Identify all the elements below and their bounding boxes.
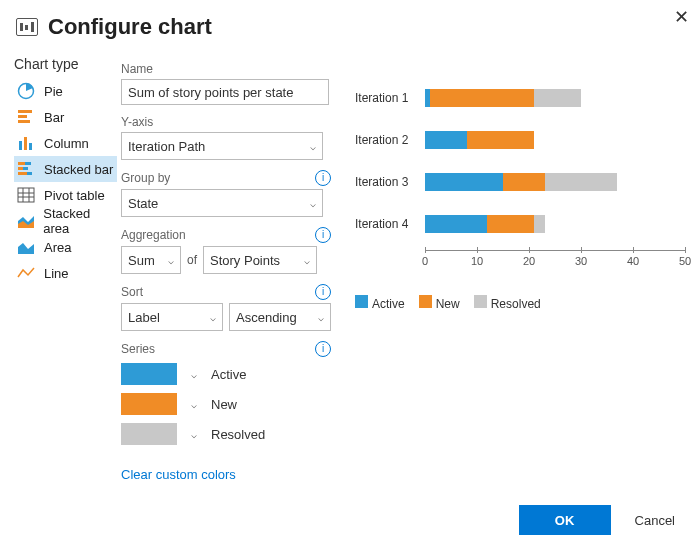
svg-rect-3 [18,120,30,123]
sort-dir-value: Ascending [236,310,297,325]
svg-rect-5 [24,137,27,150]
chevron-down-icon: ⌵ [168,255,174,266]
info-icon[interactable]: i [315,284,331,300]
chart-type-line[interactable]: Line [14,260,117,286]
chevron-down-icon[interactable]: ⌵ [191,399,197,410]
line-icon [16,264,36,282]
aggregation-func-select[interactable]: Sum ⌵ [121,246,181,274]
name-label: Name [121,62,153,76]
sort-field-select[interactable]: Label ⌵ [121,303,223,331]
series-label: Series [121,342,155,356]
series-row: ⌵ Resolved [121,421,331,447]
chart-type-label-pie: Pie [44,84,63,99]
aggregation-label: Aggregation [121,228,186,242]
chart-bar-row: Iteration 4 [355,208,685,240]
legend-item: New [419,295,460,311]
chart-type-label-area: Area [44,240,71,255]
legend-swatch [355,295,368,308]
series-swatch-resolved[interactable] [121,423,177,445]
chevron-down-icon[interactable]: ⌵ [191,369,197,380]
chart-legend: ActiveNewResolved [355,295,685,311]
chart-type-stacked-bar[interactable]: Stacked bar [14,156,117,182]
chart-type-label-column: Column [44,136,89,151]
yaxis-value: Iteration Path [128,139,205,154]
stacked-area-icon [16,212,35,230]
groupby-value: State [128,196,158,211]
sort-field-value: Label [128,310,160,325]
chart-type-pie[interactable]: Pie [14,78,117,104]
yaxis-select[interactable]: Iteration Path ⌵ [121,132,323,160]
series-row: ⌵ Active [121,361,331,387]
chart-type-stacked-area[interactable]: Stacked area [14,208,117,234]
chevron-down-icon: ⌵ [210,312,216,323]
legend-item: Resolved [474,295,541,311]
chart-x-axis: 01020304050 [425,250,685,269]
series-name-active: Active [211,367,246,382]
info-icon[interactable]: i [315,341,331,357]
legend-item: Active [355,295,405,311]
chart-tick-label: 40 [627,255,639,267]
chevron-down-icon: ⌵ [310,198,316,209]
chart-bar-segment [534,89,581,107]
aggregation-field-select[interactable]: Story Points ⌵ [203,246,317,274]
groupby-select[interactable]: State ⌵ [121,189,323,217]
chart-category-label: Iteration 2 [355,133,425,147]
chart-category-label: Iteration 4 [355,217,425,231]
chart-tick-label: 0 [422,255,428,267]
area-icon [16,238,36,256]
chart-bar-row: Iteration 1 [355,82,685,114]
svg-rect-8 [25,162,31,165]
aggregation-func-value: Sum [128,253,155,268]
svg-rect-1 [18,110,32,113]
series-swatch-new[interactable] [121,393,177,415]
chart-type-column[interactable]: Column [14,130,117,156]
bar-icon [16,108,36,126]
column-icon [16,134,36,152]
svg-rect-10 [23,167,28,170]
aggregation-field-value: Story Points [210,253,280,268]
series-name-new: New [211,397,237,412]
chart-bar-segment [503,173,545,191]
stacked-bar-icon [16,160,36,178]
info-icon[interactable]: i [315,170,331,186]
sort-dir-select[interactable]: Ascending ⌵ [229,303,331,331]
chart-bar-segment [487,215,534,233]
chevron-down-icon[interactable]: ⌵ [191,429,197,440]
svg-rect-9 [18,167,23,170]
chart-type-label-line: Line [44,266,69,281]
chart-bar-segment [467,131,535,149]
chart-type-label-pivot: Pivot table [44,188,105,203]
chart-type-label-stacked-bar: Stacked bar [44,162,113,177]
series-swatch-active[interactable] [121,363,177,385]
legend-swatch [474,295,487,308]
dialog-title: Configure chart [48,14,212,40]
chart-type-pivot-table[interactable]: Pivot table [14,182,117,208]
close-icon[interactable]: ✕ [674,6,689,28]
legend-swatch [419,295,432,308]
sort-label: Sort [121,285,143,299]
chart-bar-row: Iteration 3 [355,166,685,198]
chart-preview: Iteration 1Iteration 2Iteration 3Iterati… [355,82,685,269]
cancel-button[interactable]: Cancel [635,513,675,528]
chart-bar-row: Iteration 2 [355,124,685,156]
chart-type-area[interactable]: Area [14,234,117,260]
chart-type-label: Chart type [14,56,117,72]
chart-bar-segment [425,215,487,233]
chevron-down-icon: ⌵ [310,141,316,152]
chart-bar-segment [430,89,534,107]
chart-type-bar[interactable]: Bar [14,104,117,130]
series-name-resolved: Resolved [211,427,265,442]
chart-bar-segment [425,131,467,149]
svg-rect-11 [18,172,27,175]
ok-button[interactable]: OK [519,505,611,535]
chart-bar-segment [545,173,618,191]
info-icon[interactable]: i [315,227,331,243]
chart-bar-segment [425,173,503,191]
clear-custom-colors-link[interactable]: Clear custom colors [121,467,236,482]
chart-tick-label: 30 [575,255,587,267]
chart-bar-segment [534,215,544,233]
groupby-label: Group by [121,171,170,185]
svg-rect-6 [29,143,32,150]
name-input[interactable] [121,79,329,105]
pivot-table-icon [16,186,36,204]
